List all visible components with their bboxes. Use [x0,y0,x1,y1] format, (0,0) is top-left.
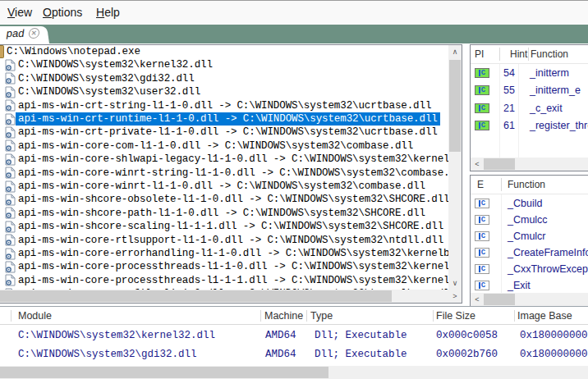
tree-item[interactable]: api-ms-win-core-processthreads-l1-1-0.dl… [0,260,448,273]
module-filesize: 0x0002b760 [436,345,498,364]
modules-col-type[interactable]: Type [310,307,333,325]
modules-hscroll-thumb[interactable] [0,367,328,378]
export-row[interactable]: C _Cbuild [471,194,588,212]
import-row[interactable]: C 61 _register_thread_local_exe_atexit_c… [471,117,588,135]
menu-view[interactable]: View [7,1,32,25]
tree-item-label: C:\WINDOWS\system32\kernel32.dll [16,58,215,71]
tree-item-label: C:\WINDOWS\system32\user32.dll [16,85,203,98]
tree-item[interactable]: api-ms-win-core-rtlsupport-l1-1-0.dll ->… [0,234,446,247]
tree-vscroll-thumb[interactable] [449,60,461,152]
tree-item[interactable]: api-ms-win-core-winrt-string-l1-1-0.dll … [0,167,448,180]
export-row[interactable]: C _Cmulcc [471,211,588,228]
imports-col-hint[interactable]: Hint [510,45,527,63]
exports-col-e[interactable]: E [477,176,484,194]
modules-col-imagebase[interactable]: Image Base [517,307,572,325]
import-function: _initterm [530,67,569,79]
header-separator [11,310,11,322]
exports-col-function[interactable]: Function [508,176,545,194]
module-row[interactable]: C:\WINDOWS\system32\gdi32.dll AMD64 Dll;… [0,345,588,364]
module-path: C:\WINDOWS\system32\kernel32.dll [18,326,215,345]
scroll-right-icon[interactable]: > [448,290,462,303]
module-row[interactable]: C:\WINDOWS\system32\kernel32.dll AMD64 D… [0,326,588,345]
tree-item-label: C:\Windows\notepad.exe [4,45,143,58]
tree-item[interactable]: C:\WINDOWS\system32\gdi32.dll [0,72,197,85]
dll-file-icon [5,139,16,152]
tree-hscroll-thumb[interactable] [0,290,392,302]
c-function-icon: C [475,85,489,95]
tree-item-root[interactable]: C:\Windows\notepad.exe [0,45,143,58]
tree-item-label: api-ms-win-core-processthreads-l1-1-1.dl… [16,274,448,287]
exports-panel: E Function C _Cbuild C _Cmulcc C _Cmulcr… [470,175,588,307]
export-function: _Cmulcc [508,214,548,226]
tree-item[interactable]: api-ms-win-crt-string-l1-1-0.dll -> C:\W… [0,99,434,112]
tree-item[interactable]: api-ms-win-core-processthreads-l1-1-1.dl… [0,274,448,287]
exports-header: E Function [471,176,588,194]
export-row[interactable]: C _Exit [471,276,588,294]
tree-item-selected[interactable]: api-ms-win-crt-runtime-l1-1-0.dll -> C:\… [0,112,440,126]
c-function-icon: C [475,103,489,113]
tree-vertical-scrollbar[interactable]: ∧ ∨ [448,45,462,290]
modules-col-filesize[interactable]: File Size [436,307,475,325]
scroll-left-icon[interactable]: < [471,293,484,306]
export-row[interactable]: C _CreateFrameInfo [471,244,588,261]
tab-label: pad [6,27,25,39]
imports-header: PI Hint Function [471,45,588,64]
tree-item-label: api-ms-win-shcore-scaling-l1-1-1.dll -> … [16,220,446,233]
tree-item[interactable]: api-ms-win-core-winrt-l1-1-0.dll -> C:\W… [0,180,428,193]
dll-file-icon [5,86,16,98]
modules-header: Module Machine Type File Size Image Base [0,307,588,325]
tree-item[interactable]: api-ms-win-core-com-l1-1-0.dll -> C:\WIN… [0,139,416,153]
import-hint: 61 [503,120,515,131]
imports-col-function[interactable]: Function [531,45,568,63]
export-function: _CxxThrowException [508,263,588,275]
import-hint: 21 [503,103,515,114]
tree-item[interactable]: C:\WINDOWS\system32\user32.dll [0,85,203,98]
menu-options[interactable]: Options [43,1,82,25]
tree-item[interactable]: C:\WINDOWS\system32\kernel32.dll [0,58,215,71]
export-row[interactable]: C _CxxThrowException [471,260,588,277]
c-function-icon: C [475,264,489,274]
modules-col-module[interactable]: Module [18,307,52,325]
module-type: Dll; Executable [315,326,407,345]
modules-col-machine[interactable]: Machine [264,307,303,325]
module-machine: AMD64 [265,345,296,364]
tree-item[interactable]: api-ms-win-core-shlwapi-legacy-l1-1-0.dl… [0,153,448,166]
import-hint: 54 [503,67,515,79]
dll-file-icon [5,126,16,139]
header-separator [499,48,500,61]
scroll-up-icon[interactable]: ∧ [448,45,462,58]
export-row[interactable]: C _Cmulcr [471,227,588,244]
modules-horizontal-scrollbar[interactable] [0,366,588,379]
tree-item-label: api-ms-win-core-com-l1-1-0.dll -> C:\WIN… [16,139,416,153]
scroll-down-icon[interactable]: ∨ [448,276,462,290]
imports-col-pi[interactable]: PI [475,45,484,63]
tree-item-label: api-ms-win-core-rtlsupport-l1-1-0.dll ->… [16,234,446,247]
imports-horizontal-scrollbar[interactable]: < [471,158,588,171]
tab-notepad-content[interactable]: pad ✕ [6,25,41,42]
scroll-left-icon[interactable]: < [471,158,484,171]
tree-horizontal-scrollbar[interactable]: > [0,290,462,303]
tab-close-icon[interactable]: ✕ [28,28,40,39]
imports-hscroll-thumb[interactable] [484,158,515,170]
tree-item-label: api-ms-win-core-winrt-string-l1-1-0.dll … [16,167,448,180]
dll-file-icon [5,207,16,219]
tree-item[interactable]: api-ms-win-shcore-scaling-l1-1-1.dll -> … [0,220,446,233]
exports-horizontal-scrollbar[interactable]: < [471,293,588,306]
c-function-icon: C [475,121,489,130]
tree-item[interactable]: api-ms-win-shcore-path-l1-1-0.dll -> C:\… [0,207,428,220]
menu-help[interactable]: Help [96,1,120,25]
import-hint: 55 [503,84,515,96]
dll-file-icon [5,221,16,233]
import-row[interactable]: C 54 _initterm [471,64,588,81]
export-function: _Cmulcr [508,231,546,242]
menu-bar: View Options Help [0,1,588,25]
c-function-icon: C [475,68,489,78]
tree-item-label: api-ms-win-core-winrt-l1-1-0.dll -> C:\W… [16,180,428,193]
tree-item-label: api-ms-win-crt-private-l1-1-0.dll -> C:\… [16,126,440,139]
tree-item[interactable]: api-ms-win-shcore-obsolete-l1-1-0.dll ->… [0,193,448,206]
exports-hscroll-thumb[interactable] [484,294,515,305]
import-row[interactable]: C 21 _c_exit [471,99,588,116]
import-row[interactable]: C 55 _initterm_e [471,82,588,99]
tree-item[interactable]: api-ms-win-crt-private-l1-1-0.dll -> C:\… [0,126,440,139]
tree-item[interactable]: api-ms-win-core-errorhandling-l1-1-0.dll… [0,247,448,260]
